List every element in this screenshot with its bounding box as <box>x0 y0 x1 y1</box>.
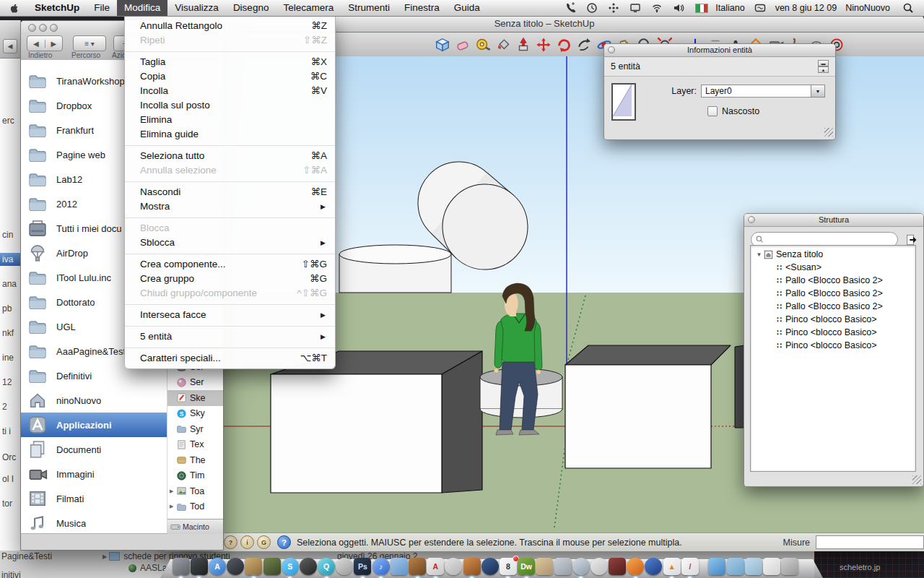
sidebar-item-applicazioni[interactable]: Applicazioni <box>21 413 167 437</box>
dock-icon-finder-window[interactable] <box>708 558 725 575</box>
spotlight-icon[interactable] <box>902 2 914 14</box>
help-icon[interactable]: ? <box>277 535 291 549</box>
layer-dropdown[interactable]: Layer0 ▼ <box>701 85 825 98</box>
menu-item-interseca-facce[interactable]: Interseca facce▶ <box>125 308 335 322</box>
outliner-row[interactable]: ∷Pallo <Blocco Basico 2> <box>751 287 915 300</box>
dock-icon-screen-app[interactable] <box>445 558 462 575</box>
menu-item-taglia[interactable]: Taglia⌘X <box>125 55 335 69</box>
hidden-checkbox[interactable] <box>707 106 718 116</box>
outliner-row[interactable]: ∷Pinco <blocco Basico> <box>751 326 915 339</box>
menu-item-chiudi-gruppo-componente[interactable]: Chiudi gruppo/componente^⇧⌘G <box>125 286 335 301</box>
dock-icon-photo-app[interactable] <box>554 558 572 575</box>
dock-icon-firefox[interactable] <box>627 558 644 575</box>
model-cylinder-ground[interactable] <box>339 245 451 293</box>
menu-item-nascondi[interactable]: Nascondi⌘E <box>125 185 335 199</box>
resize-grip[interactable] <box>912 475 921 484</box>
menu-item-mostra[interactable]: Mostra▶ <box>125 199 335 214</box>
sidebar-item-documenti[interactable]: Documenti <box>21 437 167 462</box>
dock-icon-globe-app[interactable] <box>481 558 499 575</box>
dock-icon-game-app[interactable] <box>263 558 281 575</box>
minimize-window-icon[interactable] <box>39 24 47 32</box>
menubar-item-finestra[interactable]: Finestra <box>397 0 447 16</box>
outliner-row[interactable]: ∷Pallo <Blocco Basico 2> <box>751 274 915 287</box>
zoom-window-icon[interactable] <box>50 24 58 32</box>
menubar-item-telecamera[interactable]: Telecamera <box>276 0 341 16</box>
geolocation-icon[interactable]: ? <box>224 535 237 549</box>
menu-item-incolla-sul-posto[interactable]: Incolla sul posto <box>125 98 335 113</box>
file-list-item-tex[interactable]: Tex <box>167 437 224 453</box>
outliner-titlebar[interactable]: Struttura <box>744 214 923 227</box>
dock-icon-remote-desktop[interactable] <box>173 558 190 575</box>
tool-push-pull[interactable] <box>514 35 533 54</box>
dock-icon-aperture[interactable] <box>463 558 481 575</box>
close-window-icon[interactable] <box>28 24 36 32</box>
wifi-icon[interactable] <box>651 2 663 14</box>
menu-item-crea-gruppo[interactable]: Crea gruppo⌘G <box>125 272 335 286</box>
outliner-row[interactable]: ∷Pallo <Blocco Basico 2> <box>751 300 915 313</box>
menu-item-copia[interactable]: Copia⌘C <box>125 69 335 84</box>
expander-icon[interactable]: ▼ <box>754 251 764 258</box>
accessibility-icon[interactable] <box>608 2 619 14</box>
tool-paint-bucket[interactable] <box>494 35 513 54</box>
volume-icon[interactable] <box>673 2 684 14</box>
dock-icon-adobe-reader[interactable]: A <box>427 558 444 575</box>
file-list-item-sky[interactable]: SSky <box>167 406 224 422</box>
dock-icon-app-store[interactable]: A <box>209 558 226 575</box>
collapse-widget[interactable]: ▬ ▲ <box>818 60 829 73</box>
chevron-down-icon[interactable]: ▼ <box>811 85 824 97</box>
dock-icon-media-disc[interactable] <box>300 558 317 575</box>
dock-icon-sketchup-dock[interactable]: / <box>681 558 699 575</box>
sidebar-item-immagini[interactable]: Immagini <box>21 462 167 486</box>
dock-icon-trash[interactable] <box>781 558 798 575</box>
model-box-left[interactable] <box>271 351 482 493</box>
apple-menu[interactable] <box>0 3 27 14</box>
menu-item-elimina[interactable]: Elimina <box>125 113 335 127</box>
outliner-search-input[interactable] <box>767 234 893 246</box>
forward-icon[interactable]: ▶ <box>45 40 63 48</box>
sidebar-item-ninonuovo[interactable]: ninoNuovo <box>21 388 167 413</box>
file-list-item-ser[interactable]: Ser <box>167 375 224 391</box>
notification-widget-icon[interactable] <box>754 2 766 14</box>
menu-item-incolla[interactable]: Incolla⌘V <box>125 84 335 98</box>
sidebar-item-musica[interactable]: Musica <box>21 511 167 535</box>
measurements-input[interactable] <box>816 535 924 549</box>
outliner-row[interactable]: ∷Pinco <blocco Basico> <box>751 313 915 326</box>
file-list-item-syr[interactable]: Syr <box>167 421 224 437</box>
menu-item-sblocca[interactable]: Sblocca▶ <box>125 236 335 250</box>
file-list-item-tod[interactable]: ▶Tod <box>167 499 224 515</box>
dock-icon-iphoto[interactable] <box>245 558 262 575</box>
back-icon[interactable]: ◀ <box>27 40 45 48</box>
fast-user-switch[interactable]: NinoNuovo <box>845 3 890 13</box>
signin-icon[interactable]: G <box>257 535 271 549</box>
menubar-item-file[interactable]: File <box>87 0 117 16</box>
menubar-clock[interactable]: ven 8 giu 12 09 <box>775 3 837 13</box>
sidebar-item-filmati[interactable]: Filmati <box>21 486 167 511</box>
outliner-row[interactable]: ∷Pinco <blocco Basico> <box>751 339 915 352</box>
menu-item-elimina-guide[interactable]: Elimina guide <box>125 127 335 142</box>
entity-info-titlebar[interactable]: Informazioni entità <box>604 44 835 57</box>
file-list-item-ske[interactable]: Ske <box>167 390 224 406</box>
dock-icon-dreamweaver[interactable]: Dw <box>518 558 535 575</box>
menu-item-5-entit[interactable]: 5 entità▶ <box>125 329 335 344</box>
menu-item-crea-componente[interactable]: Crea componente...⇧⌘G <box>125 257 335 272</box>
dock-icon-maroon-app[interactable] <box>609 558 626 575</box>
back-forward-buttons[interactable]: ◀ ▶ <box>27 35 63 51</box>
menu-item-seleziona-tutto[interactable]: Seleziona tutto⌘A <box>125 149 335 163</box>
menubar-item-modifica[interactable]: Modifica <box>117 0 167 16</box>
file-list-item-the[interactable]: The <box>167 452 224 468</box>
disclosure-triangle-icon[interactable]: ▶ <box>170 488 176 494</box>
dock-icon-safari[interactable] <box>572 558 590 575</box>
display-icon[interactable] <box>629 2 641 14</box>
shade-icon[interactable]: ▬ <box>818 60 829 66</box>
call-icon[interactable] <box>565 2 576 14</box>
dock-icon-ical[interactable]: 8 <box>500 558 517 575</box>
dock-icon-notes-app[interactable] <box>536 558 553 575</box>
back-button-partial[interactable]: ◀ <box>3 39 17 53</box>
menu-item-caratteri-speciali[interactable]: Caratteri speciali...⌥⌘T <box>125 351 335 366</box>
outliner-row[interactable]: ▼Senza titolo <box>751 248 915 261</box>
input-language[interactable]: Italiano <box>715 3 744 13</box>
menubar-item-strumenti[interactable]: Strumenti <box>341 0 397 16</box>
dock-icon-vlc[interactable]: ▲ <box>663 558 681 575</box>
menubar-item-sketchup[interactable]: SketchUp <box>27 0 87 16</box>
dock-icon-photoshop[interactable]: Ps <box>354 558 371 575</box>
